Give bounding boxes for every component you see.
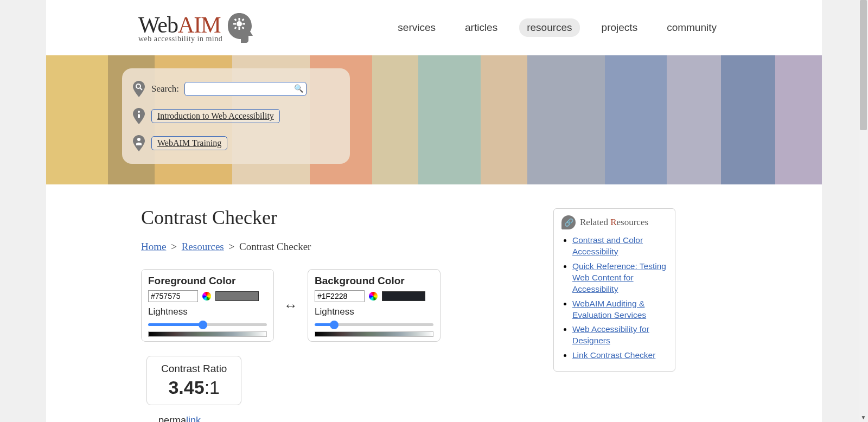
svg-point-11 [138,111,140,113]
breadcrumb-sep: > [229,241,235,252]
nav-item-projects[interactable]: projects [594,18,646,37]
site-header: WebAIM web accessibility in mind service… [46,0,822,55]
ratio-value: 3.45:1 [161,377,227,398]
svg-point-0 [237,21,242,27]
related-item: WebAIM Auditing & Evaluation Services [572,298,667,321]
foreground-title: Foreground Color [148,275,267,287]
nav-item-community[interactable]: community [659,18,724,37]
foreground-hex-input[interactable] [148,290,198,302]
related-item: Web Accessibility for Designers [572,324,667,347]
intro-link[interactable]: Introduction to Web Accessibility [151,109,280,123]
background-swatch[interactable] [382,291,425,301]
svg-rect-2 [239,27,240,30]
lightness-label: Lightness [315,306,433,317]
logo-aim: AIM [178,12,221,37]
ratio-title: Contrast Ratio [161,363,227,375]
nav-item-resources[interactable]: resources [519,18,579,37]
related-item: Quick Reference: Testing Web Content for… [572,261,667,295]
foreground-gradient-bar [148,331,267,337]
breadcrumb-current: Contrast Checker [239,241,311,252]
foreground-lightness-slider[interactable] [148,323,267,326]
link-icon: 🔗 [561,215,576,229]
related-item: Contrast and Color Accessibility [572,235,667,258]
breadcrumb-resources[interactable]: Resources [182,241,224,252]
magnifier-pin-icon [132,80,146,98]
color-picker-icon[interactable] [369,292,378,300]
search-panel: Search: 🔍 Introduction to Web Accessibil… [122,68,350,164]
related-item: Link Contrast Checker [572,350,667,361]
logo-web: Web [138,12,178,37]
related-heading: 🔗 Related Resources [561,215,667,229]
search-label: Search: [151,84,179,94]
scrollbar[interactable]: ▼ [859,0,868,422]
logo-text: WebAIM web accessibility in mind [138,12,222,43]
scrollbar-down-icon[interactable]: ▼ [859,413,868,422]
color-picker-icon[interactable] [202,292,211,300]
svg-rect-4 [242,23,245,25]
search-icon[interactable]: 🔍 [294,84,303,93]
info-pin-icon [132,107,146,125]
page-title: Contrast Checker [141,206,521,229]
lightness-label: Lightness [148,306,267,317]
background-card: Background Color Lightness [308,269,441,342]
permalink[interactable]: permalink [158,415,521,422]
breadcrumb: Home > Resources > Contrast Checker [141,241,521,253]
logo-tagline: web accessibility in mind [138,35,222,43]
background-title: Background Color [315,275,433,287]
hero-banner: Search: 🔍 Introduction to Web Accessibil… [46,55,822,184]
head-gear-icon [225,12,254,43]
logo[interactable]: WebAIM web accessibility in mind [138,12,254,43]
search-input[interactable] [184,82,307,96]
main-nav: services articles resources projects com… [390,18,724,37]
svg-rect-3 [233,23,236,25]
breadcrumb-home[interactable]: Home [141,241,166,252]
breadcrumb-sep: > [171,241,177,252]
swap-icon[interactable]: ↔ [284,297,298,314]
foreground-swatch[interactable] [215,291,259,301]
contrast-ratio-card: Contrast Ratio 3.45:1 [146,356,241,405]
training-link[interactable]: WebAIM Training [151,136,227,150]
background-hex-input[interactable] [315,290,365,302]
scrollbar-thumb[interactable] [860,0,867,130]
svg-rect-1 [239,18,240,21]
nav-item-articles[interactable]: articles [457,18,505,37]
svg-rect-12 [138,114,140,118]
main-content: Contrast Checker Home > Resources > Cont… [141,206,521,422]
background-lightness-slider[interactable] [315,323,433,326]
related-resources: 🔗 Related Resources Contrast and Color A… [553,208,675,372]
foreground-card: Foreground Color Lightness [141,269,274,342]
background-gradient-bar [315,331,433,337]
svg-point-13 [137,138,141,141]
nav-item-services[interactable]: services [390,18,443,37]
training-pin-icon [132,135,146,152]
